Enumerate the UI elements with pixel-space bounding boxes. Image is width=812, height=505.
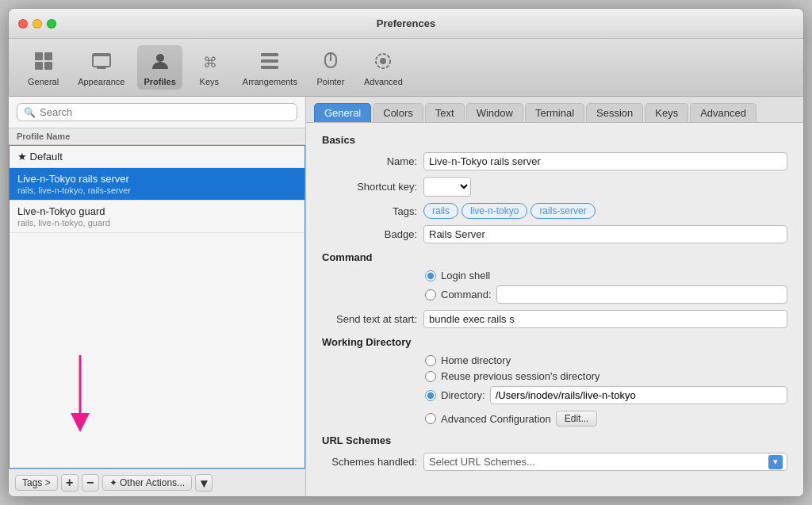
tab-terminal[interactable]: Terminal (525, 103, 584, 122)
shortcut-row: Shortcut key: (322, 177, 787, 197)
tab-session[interactable]: Session (586, 103, 643, 122)
tag-rails[interactable]: rails (423, 203, 458, 219)
edit-button[interactable]: Edit... (556, 411, 598, 427)
tab-window[interactable]: Window (466, 103, 523, 122)
svg-rect-5 (93, 54, 110, 56)
keys-label: Keys (200, 77, 219, 86)
tab-advanced[interactable]: Advanced (690, 103, 756, 122)
add-profile-button[interactable]: + (61, 474, 79, 492)
home-dir-label: Home directory (441, 354, 511, 366)
tab-colors[interactable]: Colors (373, 103, 423, 122)
right-panel: General Colors Text Window Terminal Sess… (306, 97, 803, 496)
profiles-label: Profiles (144, 77, 175, 86)
titlebar: Preferences (9, 9, 803, 39)
profile-tags-guard: rails, live-n-tokyo, guard (17, 218, 297, 228)
profiles-icon (147, 48, 173, 74)
profile-name-rails-server: Live-n-Tokyo rails server (17, 173, 297, 185)
schemes-select-wrapper: Select URL Schemes... ▾ (423, 453, 787, 471)
svg-rect-11 (261, 59, 278, 63)
profile-item-guard[interactable]: Live-n-Tokyo guard rails, live-n-tokyo, … (10, 201, 304, 233)
general-label: General (28, 77, 59, 86)
command-input[interactable] (496, 285, 787, 304)
command-radio[interactable] (425, 289, 436, 300)
profile-list: ★ Default Live-n-Tokyo rails server rail… (9, 145, 305, 469)
name-label: Name: (322, 155, 417, 167)
tab-keys[interactable]: Keys (645, 103, 688, 122)
svg-point-8 (156, 54, 164, 62)
close-button[interactable] (18, 19, 28, 29)
login-shell-label: Login shell (441, 270, 490, 281)
tags-label: Tags: (322, 205, 417, 217)
tag-live-n-tokyo[interactable]: live-n-tokyo (462, 203, 527, 219)
directory-input[interactable] (490, 386, 787, 404)
tab-text[interactable]: Text (425, 103, 465, 122)
command-label: Command: (441, 289, 492, 300)
schemes-select[interactable]: Select URL Schemes... (423, 453, 787, 471)
send-text-input[interactable] (423, 310, 787, 328)
directory-label: Directory: (441, 389, 485, 401)
toolbar-item-pointer[interactable]: Pointer (310, 45, 351, 90)
reuse-session-label: Reuse previous session's directory (441, 370, 599, 382)
profile-item-default[interactable]: ★ Default (10, 146, 304, 168)
sidebar-bottom: Tags > + − ✦ Other Actions... ▾ (9, 469, 305, 496)
profile-name-guard: Live-n-Tokyo guard (17, 205, 297, 217)
toolbar: General Appearance Profiles (9, 39, 803, 97)
login-shell-radio[interactable] (425, 270, 436, 281)
svg-rect-7 (99, 67, 104, 68)
command-section-title: Command (322, 251, 787, 263)
name-field (423, 152, 787, 170)
settings-area: Basics Name: Shortcut key: (306, 123, 803, 488)
toolbar-item-profiles[interactable]: Profiles (137, 45, 182, 90)
shortcut-label: Shortcut key: (322, 181, 417, 193)
remove-profile-button[interactable]: − (82, 474, 99, 492)
tags-field: rails live-n-tokyo rails-server (423, 203, 787, 219)
search-wrapper[interactable]: 🔍 (17, 103, 297, 121)
home-dir-row: Home directory (425, 354, 787, 366)
other-actions-button[interactable]: ✦ Other Actions... (102, 475, 192, 491)
toolbar-item-keys[interactable]: ⌘ Keys (189, 45, 230, 90)
toolbar-item-arrangements[interactable]: Arrangements (236, 45, 304, 90)
window-title: Preferences (377, 17, 435, 29)
advanced-config-row: Advanced Configuration Edit... (425, 411, 787, 427)
search-icon: 🔍 (24, 107, 36, 118)
reuse-session-radio[interactable] (425, 371, 436, 382)
arrow-annotation (56, 355, 104, 437)
advanced-config-radio[interactable] (425, 413, 436, 424)
tab-general[interactable]: General (314, 103, 371, 122)
name-input[interactable] (423, 152, 787, 170)
tag-rails-server[interactable]: rails-server (530, 203, 595, 219)
traffic-lights (18, 19, 56, 29)
appearance-icon (89, 48, 114, 74)
shortcut-select[interactable] (423, 177, 471, 197)
toolbar-item-general[interactable]: General (21, 45, 65, 90)
advanced-label: Advanced (364, 77, 403, 86)
arrangements-label: Arrangements (243, 77, 297, 86)
schemes-row: Schemes handled: Select URL Schemes... ▾ (322, 453, 787, 471)
badge-input[interactable] (423, 225, 787, 243)
profile-name-default: ★ Default (17, 151, 297, 163)
toolbar-item-advanced[interactable]: Advanced (358, 45, 409, 90)
tags-row: Tags: rails live-n-tokyo rails-server (322, 203, 787, 219)
advanced-config-label: Advanced Configuration (441, 413, 551, 425)
svg-text:⌘: ⌘ (203, 55, 217, 71)
toolbar-item-appearance[interactable]: Appearance (71, 45, 131, 90)
svg-rect-1 (44, 52, 52, 60)
profile-item-rails-server[interactable]: Live-n-Tokyo rails server rails, live-n-… (10, 168, 304, 201)
svg-rect-0 (35, 52, 43, 60)
profile-list-header: Profile Name (9, 128, 305, 145)
arrangements-icon (257, 48, 282, 74)
zoom-button[interactable] (47, 19, 56, 29)
minimize-button[interactable] (33, 19, 42, 29)
directory-radio[interactable] (425, 390, 436, 401)
directory-row: Directory: (322, 386, 787, 404)
name-row: Name: (322, 152, 787, 170)
login-shell-row: Login shell (425, 270, 787, 281)
tags-button[interactable]: Tags > (15, 475, 58, 491)
svg-rect-3 (44, 62, 52, 70)
home-dir-radio[interactable] (425, 355, 436, 366)
svg-rect-2 (35, 62, 43, 70)
search-input[interactable] (40, 106, 290, 118)
badge-row: Badge: (322, 225, 787, 243)
send-text-field (423, 310, 787, 328)
other-actions-dropdown[interactable]: ▾ (195, 474, 213, 492)
